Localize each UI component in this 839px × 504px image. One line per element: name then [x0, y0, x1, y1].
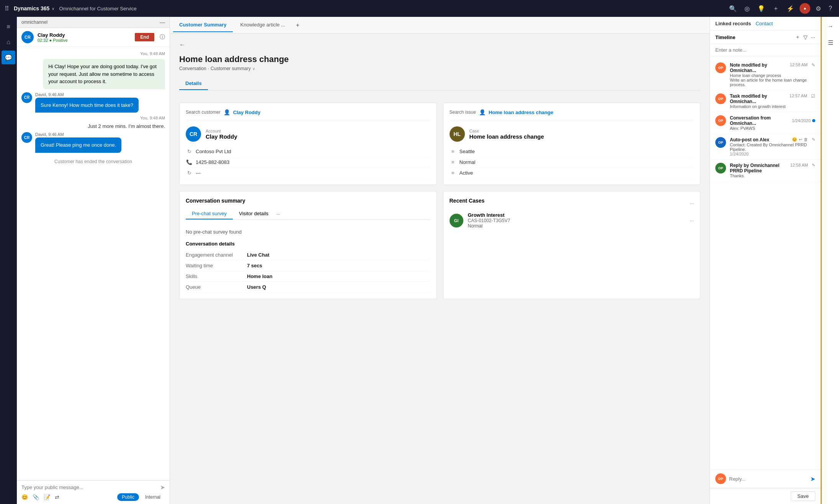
message-timestamp-1: You, 9:48 AM — [21, 51, 165, 56]
message-sender-2: David, 9:46 AM — [35, 92, 165, 97]
customer-person-icon: 👤 — [224, 109, 230, 115]
question-icon[interactable]: ? — [829, 5, 832, 12]
add-tab-button[interactable]: + — [293, 19, 303, 32]
reply-avatar: OP — [715, 473, 726, 484]
contact-header: CR Clay Roddy 02:32 ● Positive End ⓘ — [17, 28, 170, 47]
tl-time-2: 12:57 AM — [790, 93, 807, 104]
far-right-expand-icon[interactable]: → — [824, 20, 837, 33]
transfer-icon[interactable]: ⇄ — [55, 494, 59, 500]
user-avatar[interactable]: ● — [800, 3, 810, 14]
settings-icon[interactable]: ⚙ — [816, 5, 821, 12]
kb-icon[interactable]: 📝 — [44, 494, 50, 500]
side-home-icon[interactable]: ⌂ — [2, 35, 15, 49]
reply-send-icon[interactable]: ➤ — [810, 475, 815, 483]
tl-action-5[interactable]: ✎ — [812, 163, 815, 178]
chat-input-row: ➤ — [21, 484, 165, 491]
help-tips-icon[interactable]: 💡 — [757, 5, 765, 12]
case-item-more[interactable]: ··· — [690, 218, 694, 223]
case-item-1: GI Growth Interest CAS-01002-T3G5V7 Norm… — [450, 208, 694, 232]
extra-icon: ↻ — [186, 170, 193, 176]
add-icon[interactable]: ＋ — [773, 5, 779, 13]
tl-content-1: Note modified by Omnichan... 12:58 AM Ho… — [730, 62, 808, 87]
breadcrumb: Conversation · Customer summary ∨ — [179, 66, 700, 71]
tl-date-4: 1/24/2020 — [730, 152, 808, 156]
app-menu-icon[interactable]: ⠿ — [5, 5, 9, 12]
tl-title-row-5: Reply by Omnichannel PRRD Pipeline 12:58… — [730, 163, 808, 173]
breadcrumb-conversation[interactable]: Conversation — [179, 66, 206, 71]
breadcrumb-customer-summary[interactable]: Customer summary — [211, 66, 251, 71]
public-mode-button[interactable]: Public — [117, 493, 139, 501]
case-search-value[interactable]: Home loan address change — [489, 110, 553, 115]
tl-avatar-2: OP — [715, 93, 726, 104]
tl-title-5: Reply by Omnichannel PRRD Pipeline — [730, 163, 790, 173]
end-button[interactable]: End — [135, 33, 154, 41]
customer-extra-row: ↻ --- — [186, 168, 430, 178]
customer-name-section: Account Clay Roddy — [206, 129, 237, 140]
customer-company-row: ↻ Contoso Pvt Ltd — [186, 146, 430, 157]
customer-phone: 1425-882-8083 — [196, 159, 229, 165]
recent-cases-more[interactable]: ··· — [690, 200, 694, 206]
tl-delete-4[interactable]: 🗑 — [804, 137, 808, 142]
timeline-header: Timeline ＋ ▽ ··· — [710, 31, 821, 44]
emoji-icon[interactable]: 😊 — [21, 494, 28, 500]
tl-action-1[interactable]: ✎ — [811, 62, 815, 87]
case-name: Home loan address change — [469, 133, 544, 140]
linked-records-contact[interactable]: Contact — [756, 21, 773, 26]
timeline-list: OP Note modified by Omnichan... 12:58 AM… — [710, 56, 821, 469]
timeline-filter-icon[interactable]: ▽ — [803, 34, 808, 40]
queue-value: Users Q — [247, 284, 266, 290]
side-chat-icon[interactable]: 💬 — [2, 51, 15, 64]
tl-content-2: Task modified by Omnichan... 12:57 AM In… — [730, 93, 807, 109]
attachment-icon[interactable]: 📎 — [33, 494, 39, 500]
favorites-icon[interactable]: ◎ — [744, 5, 750, 12]
back-row: ← — [179, 41, 700, 48]
details-tab[interactable]: Details — [179, 77, 208, 90]
timeline-add-icon[interactable]: ＋ — [795, 34, 800, 41]
tl-desc-1: Write an article for the home loan chang… — [730, 78, 808, 87]
message-left-4: David, 9:46 AM Great! Please ping me onc… — [35, 132, 165, 153]
account-label: Account — [206, 129, 237, 133]
tl-title-2: Task modified by Omnichan... — [730, 93, 790, 104]
tab-knowledge-article[interactable]: Knowledge article ... — [234, 18, 291, 32]
side-menu-icon[interactable]: ≡ — [2, 20, 15, 34]
search-icon[interactable]: 🔍 — [729, 5, 737, 12]
note-input[interactable] — [715, 47, 815, 53]
send-icon[interactable]: ➤ — [160, 484, 165, 491]
back-button[interactable]: ← — [179, 41, 185, 48]
case-avatar: HL — [450, 126, 465, 142]
chat-input[interactable] — [21, 484, 157, 490]
internal-mode-button[interactable]: Internal — [141, 493, 165, 501]
tl-action-2[interactable]: ☑ — [811, 93, 815, 109]
brand-logo[interactable]: Dynamics 365 ∨ — [14, 5, 54, 11]
message-bubble-2: Sure Kenny! How much time does it take? — [35, 98, 139, 113]
engagement-channel-row: Engagement channel Live Chat — [186, 250, 430, 260]
message-3: Just 2 more mins. I'm almost there. — [21, 123, 165, 129]
tl-emoji-4[interactable]: 😊 — [792, 137, 797, 142]
timeline-item-2: OP Task modified by Omnichan... 12:57 AM… — [710, 90, 821, 112]
linked-records-title: Linked records — [715, 21, 751, 26]
tl-title-row-3: Conversation from Omnichan... 1/24/2020 — [730, 115, 815, 126]
skills-value: Home loan — [247, 273, 272, 279]
timeline-more-icon[interactable]: ··· — [811, 34, 815, 40]
timeline-icons: ＋ ▽ ··· — [795, 34, 815, 41]
save-row: Save — [710, 488, 821, 504]
conversation-title: omnichannel — [21, 20, 47, 25]
content-scroll: ← Home loan address change Conversation … — [170, 34, 710, 504]
pre-chat-survey-tab[interactable]: Pre-chat survey — [186, 208, 233, 219]
tl-actions-4: 😊 ↩ 🗑 — [792, 137, 808, 142]
message-avatar-cr: CR — [21, 92, 32, 103]
reply-row: OP ➤ — [715, 473, 815, 484]
tl-reply-4[interactable]: ↩ — [799, 137, 802, 142]
conv-tabs-more[interactable]: ··· — [276, 211, 280, 217]
info-icon[interactable]: ⓘ — [160, 34, 165, 41]
far-right-list-icon[interactable]: ☰ — [825, 36, 836, 49]
reply-input[interactable] — [729, 476, 810, 482]
waiting-time-value: 7 secs — [247, 263, 262, 268]
customer-search-value[interactable]: Clay Roddy — [233, 110, 261, 115]
note-input-area — [710, 44, 821, 56]
tab-customer-summary[interactable]: Customer Summary — [173, 18, 233, 32]
visitor-details-tab[interactable]: Visitor details — [233, 208, 275, 219]
conversation-collapse-icon[interactable]: — — [160, 19, 165, 25]
filter-icon[interactable]: ⚡ — [787, 5, 794, 12]
save-button[interactable]: Save — [791, 491, 815, 501]
